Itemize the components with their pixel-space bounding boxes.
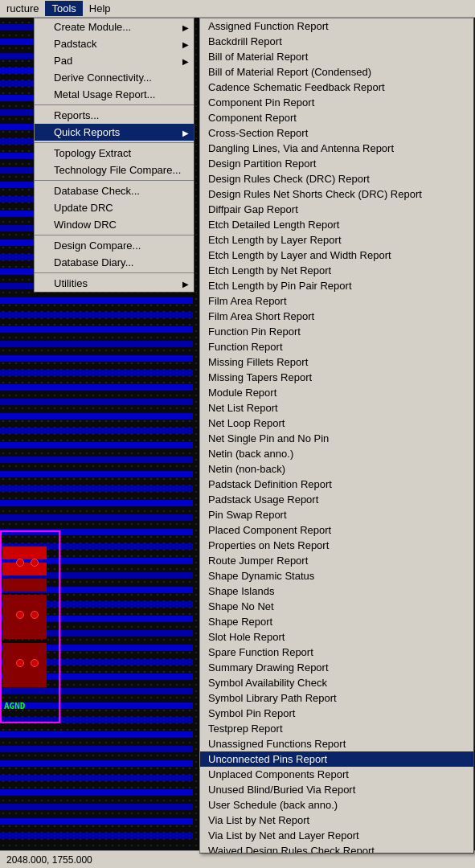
menu-design-compare[interactable]: Design Compare...	[35, 237, 194, 254]
pcb-trace	[0, 399, 193, 405]
quick-report-item-46[interactable]: Testprep Report	[200, 721, 473, 736]
quick-report-item-42[interactable]: Summary Drawing Report	[200, 660, 473, 675]
pcb-selection-border	[0, 530, 60, 723]
pcb-trace	[0, 804, 193, 810]
quick-report-item-41[interactable]: Spare Function Report	[200, 645, 473, 660]
quick-report-item-28[interactable]: Netin (back anno.)	[200, 446, 473, 461]
quick-report-item-17[interactable]: Etch Length by Pin Pair Report	[200, 278, 473, 293]
menu-tools[interactable]: Tools	[45, 1, 82, 16]
quick-report-item-1[interactable]: Backdrill Report	[200, 34, 473, 49]
quick-report-item-8[interactable]: Dangling Lines, Via and Antenna Report	[200, 141, 473, 156]
quick-report-item-20[interactable]: Function Pin Report	[200, 324, 473, 339]
quick-report-item-33[interactable]: Placed Component Report	[200, 522, 473, 538]
quick-report-item-26[interactable]: Net Loop Report	[200, 416, 473, 431]
quick-report-item-47[interactable]: Unassigned Functions Report	[200, 736, 473, 751]
menu-update-drc[interactable]: Update DRC	[35, 199, 194, 216]
quick-report-item-25[interactable]: Net List Report	[200, 400, 473, 416]
quick-reports-submenu: Assigned Function ReportBackdrill Report…	[199, 18, 474, 854]
tools-dropdown: Create Module... Padstack Pad Derive Con…	[34, 18, 195, 293]
pcb-trace	[0, 818, 193, 825]
quick-report-item-38[interactable]: Shape No Net	[200, 599, 473, 614]
quick-report-item-40[interactable]: Slot Hole Report	[200, 629, 473, 645]
quick-report-item-24[interactable]: Module Report	[200, 385, 473, 400]
quick-report-item-16[interactable]: Etch Length by Net Report	[200, 263, 473, 278]
quick-report-item-21[interactable]: Function Report	[200, 339, 473, 354]
menu-database-check[interactable]: Database Check...	[35, 182, 194, 199]
quick-report-item-35[interactable]: Route Jumper Report	[200, 553, 473, 568]
quick-report-item-0[interactable]: Assigned Function Report	[200, 18, 473, 34]
menu-structure[interactable]: ructure	[0, 1, 45, 16]
quick-report-item-49[interactable]: Unplaced Components Report	[200, 767, 473, 782]
coordinates: 2048.000, 1755.000	[6, 854, 92, 866]
quick-report-item-19[interactable]: Film Area Short Report	[200, 309, 473, 324]
quick-report-item-7[interactable]: Cross-Section Report	[200, 125, 473, 141]
quick-report-item-13[interactable]: Etch Detailed Length Report	[200, 217, 473, 232]
pcb-trace	[0, 514, 193, 521]
pcb-trace	[0, 731, 193, 738]
pcb-trace	[0, 341, 193, 347]
quick-report-item-50[interactable]: Unused Blind/Buried Via Report	[200, 782, 473, 797]
pcb-trace	[0, 500, 193, 506]
menu-quick-reports[interactable]: Quick Reports	[35, 124, 194, 141]
quick-report-item-54[interactable]: Waived Design Rules Check Report	[200, 843, 473, 854]
quick-report-item-14[interactable]: Etch Length by Layer Report	[200, 232, 473, 248]
pcb-trace	[0, 428, 193, 434]
pcb-pad	[16, 559, 24, 567]
menu-metal-usage[interactable]: Metal Usage Report...	[35, 86, 194, 103]
quick-report-item-53[interactable]: Via List by Net and Layer Report	[200, 828, 473, 843]
quick-report-item-44[interactable]: Symbol Library Path Report	[200, 690, 473, 706]
menu-derive-connectivity[interactable]: Derive Connectivity...	[35, 69, 194, 86]
quick-report-item-3[interactable]: Bill of Material Report (Condensed)	[200, 64, 473, 80]
menu-database-diary[interactable]: Database Diary...	[35, 254, 194, 271]
pcb-pad	[31, 611, 39, 619]
menu-window-drc[interactable]: Window DRC	[35, 216, 194, 233]
pcb-trace	[0, 760, 193, 767]
quick-report-item-39[interactable]: Shape Report	[200, 614, 473, 629]
menu-technology-file-compare[interactable]: Technology File Compare...	[35, 162, 194, 178]
quick-report-item-37[interactable]: Shape Islands	[200, 583, 473, 599]
menu-topology-extract[interactable]: Topology Extract	[35, 145, 194, 162]
quick-report-item-29[interactable]: Netin (non-back)	[200, 461, 473, 477]
quick-report-item-2[interactable]: Bill of Material Report	[200, 49, 473, 64]
quick-report-item-5[interactable]: Component Pin Report	[200, 95, 473, 110]
quick-report-item-27[interactable]: Net Single Pin and No Pin	[200, 431, 473, 446]
quick-report-item-23[interactable]: Missing Tapers Report	[200, 370, 473, 385]
quick-report-item-48[interactable]: Unconnected Pins Report	[200, 751, 473, 767]
pcb-trace	[0, 471, 193, 477]
quick-report-item-45[interactable]: Symbol Pin Report	[200, 706, 473, 721]
pcb-trace	[0, 355, 193, 362]
quick-report-item-30[interactable]: Padstack Definition Report	[200, 477, 473, 492]
quick-report-item-6[interactable]: Component Report	[200, 110, 473, 125]
quick-report-item-34[interactable]: Properties on Nets Report	[200, 538, 473, 553]
quick-report-item-9[interactable]: Design Partition Report	[200, 156, 473, 171]
quick-report-item-18[interactable]: Film Area Report	[200, 293, 473, 309]
menu-pad[interactable]: Pad	[35, 52, 194, 69]
quick-report-item-10[interactable]: Design Rules Check (DRC) Report	[200, 171, 473, 186]
menu-bar: ructure Tools Help	[0, 0, 475, 18]
pcb-trace	[0, 297, 193, 304]
agnd-label: AGND	[4, 701, 26, 711]
quick-report-item-32[interactable]: Pin Swap Report	[200, 507, 473, 522]
pcb-pad	[16, 659, 24, 667]
menu-create-module[interactable]: Create Module...	[35, 18, 194, 35]
quick-report-item-4[interactable]: Cadence Schematic Feedback Report	[200, 80, 473, 95]
quick-report-item-31[interactable]: Padstack Usage Report	[200, 492, 473, 507]
menu-help[interactable]: Help	[83, 1, 117, 16]
quick-report-item-52[interactable]: Via List by Net Report	[200, 813, 473, 828]
quick-report-item-11[interactable]: Design Rules Net Shorts Check (DRC) Repo…	[200, 186, 473, 202]
menu-utilities[interactable]: Utilities	[35, 275, 194, 292]
pcb-trace	[0, 789, 193, 796]
quick-report-item-22[interactable]: Missing Fillets Report	[200, 354, 473, 370]
pcb-trace	[0, 485, 193, 492]
quick-report-item-12[interactable]: Diffpair Gap Report	[200, 202, 473, 217]
quick-report-item-15[interactable]: Etch Length by Layer and Width Report	[200, 248, 473, 263]
quick-report-item-51[interactable]: User Schedule (back anno.)	[200, 797, 473, 813]
quick-report-item-43[interactable]: Symbol Availability Check	[200, 675, 473, 690]
pcb-trace	[0, 833, 193, 839]
pcb-trace	[0, 312, 193, 318]
separator-5	[35, 272, 194, 273]
menu-reports[interactable]: Reports...	[35, 107, 194, 124]
quick-report-item-36[interactable]: Shape Dynamic Status	[200, 568, 473, 583]
menu-padstack[interactable]: Padstack	[35, 35, 194, 52]
pcb-pad	[31, 659, 39, 667]
